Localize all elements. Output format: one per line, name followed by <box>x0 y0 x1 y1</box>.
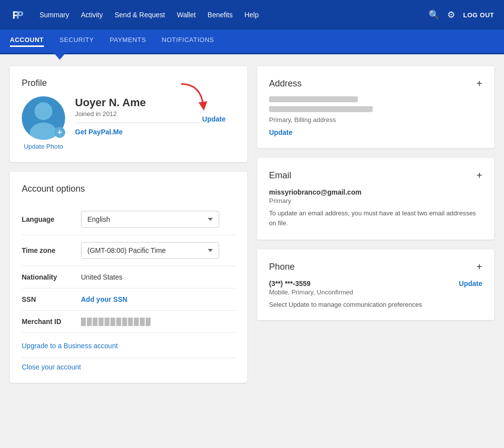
update-profile-link[interactable]: Update <box>202 115 226 123</box>
address-line1-blurred <box>269 96 358 102</box>
account-options-card: Account options Language English Spanish… <box>10 172 247 383</box>
sub-navigation: ACCOUNT SECURITY PAYMENTS NOTIFICATIONS <box>0 30 504 54</box>
logout-button[interactable]: LOG OUT <box>463 11 494 19</box>
address-card: Address + Primary, Billing address Updat… <box>257 66 494 148</box>
nav-send-request[interactable]: Send & Request <box>115 11 165 19</box>
page-content: Profile + Update Photo <box>0 54 504 395</box>
search-icon[interactable]: 🔍 <box>428 9 439 20</box>
nationality-label: Nationality <box>22 273 81 281</box>
timezone-option-row: Time zone (GMT-08:00) Pacific Time (GMT-… <box>22 235 235 266</box>
address-line2-blurred <box>269 106 373 112</box>
email-card: Email + missyriobranco@gmail.com Primary… <box>257 158 494 240</box>
email-add-icon[interactable]: + <box>476 170 482 181</box>
nav-wallet[interactable]: Wallet <box>177 11 195 19</box>
phone-add-icon[interactable]: + <box>476 261 482 273</box>
email-primary-label: Primary <box>269 197 482 204</box>
ssn-option-row: SSN Add your SSN <box>22 288 235 311</box>
bottom-links: Upgrade to a Business account Close your… <box>22 333 235 371</box>
get-paypalme-link[interactable]: Get PayPal.Me <box>75 128 202 136</box>
profile-divider <box>75 122 202 123</box>
phone-title: Phone <box>269 262 476 272</box>
subnav-notifications[interactable]: NOTIFICATIONS <box>162 36 214 47</box>
timezone-label: Time zone <box>22 246 81 254</box>
paypal-logo-icon: P P <box>10 6 28 24</box>
update-arrow-icon <box>176 81 211 116</box>
address-card-header: Address + <box>269 78 482 89</box>
language-option-row: Language English Spanish French <box>22 204 235 235</box>
nationality-option-row: Nationality United States <box>22 266 235 288</box>
address-update-link[interactable]: Update <box>269 128 482 136</box>
right-column: Address + Primary, Billing address Updat… <box>257 66 494 383</box>
avatar-add-icon[interactable]: + <box>54 127 65 138</box>
gear-icon[interactable]: ⚙ <box>447 9 455 20</box>
nationality-value: United States <box>81 273 235 281</box>
update-photo-link[interactable]: Update Photo <box>24 143 63 150</box>
language-label: Language <box>22 215 81 223</box>
nav-activity[interactable]: Activity <box>81 11 103 19</box>
close-account-link[interactable]: Close your account <box>22 358 235 371</box>
phone-info: (3**) ***-3559 Mobile, Primary, Unconfir… <box>269 280 459 297</box>
phone-update-link[interactable]: Update <box>459 280 482 287</box>
merchant-id-option-row: Merchant ID ████████████ <box>22 311 235 333</box>
email-card-header: Email + <box>269 170 482 181</box>
phone-card: Phone + (3**) ***-3559 Mobile, Primary, … <box>257 249 494 320</box>
email-notice: To update an email address, you must hav… <box>269 208 482 228</box>
ssn-label: SSN <box>22 295 81 303</box>
language-select[interactable]: English Spanish French <box>81 211 219 228</box>
phone-number: (3**) ***-3559 <box>269 280 459 287</box>
nav-summary[interactable]: Summary <box>39 11 69 19</box>
sub-nav-arrow-indicator <box>54 53 66 60</box>
phone-type: Mobile, Primary, Unconfirmed <box>269 288 459 296</box>
profile-card: Profile + Update Photo <box>10 66 247 162</box>
email-title: Email <box>269 170 476 181</box>
address-type: Primary, Billing address <box>269 116 482 123</box>
merchant-id-value: ████████████ <box>81 318 235 326</box>
top-nav-links: Summary Activity Send & Request Wallet B… <box>39 11 428 19</box>
upgrade-business-link[interactable]: Upgrade to a Business account <box>22 337 235 350</box>
svg-point-4 <box>30 122 57 140</box>
email-address: missyriobranco@gmail.com <box>269 188 482 196</box>
nav-help[interactable]: Help <box>244 11 259 19</box>
avatar-wrap: + <box>22 96 65 140</box>
timezone-select[interactable]: (GMT-08:00) Pacific Time (GMT-05:00) Eas… <box>81 242 219 259</box>
merchant-id-label: Merchant ID <box>22 318 81 326</box>
phone-info-row: (3**) ***-3559 Mobile, Primary, Unconfir… <box>269 280 482 297</box>
subnav-payments[interactable]: PAYMENTS <box>110 36 146 47</box>
add-ssn-link[interactable]: Add your SSN <box>81 295 235 303</box>
address-add-icon[interactable]: + <box>476 78 482 89</box>
svg-point-3 <box>35 102 52 120</box>
phone-notice: Select Update to manage communication pr… <box>269 301 482 308</box>
top-navigation: P P Summary Activity Send & Request Wall… <box>0 0 504 30</box>
subnav-account[interactable]: ACCOUNT <box>10 36 44 47</box>
profile-top: + Update Photo Uoyer N. Ame Joined in 20… <box>22 96 235 150</box>
sub-nav-links: ACCOUNT SECURITY PAYMENTS NOTIFICATIONS <box>10 36 214 47</box>
top-nav-right: 🔍 ⚙ LOG OUT <box>428 9 494 20</box>
account-options-title: Account options <box>22 184 235 194</box>
phone-card-header: Phone + <box>269 261 482 273</box>
svg-text:P: P <box>16 9 24 21</box>
nav-benefits[interactable]: Benefits <box>208 11 233 19</box>
subnav-security[interactable]: SECURITY <box>60 36 94 47</box>
left-column: Profile + Update Photo <box>10 66 247 383</box>
update-annotation: Update <box>212 96 235 108</box>
address-title: Address <box>269 79 476 89</box>
